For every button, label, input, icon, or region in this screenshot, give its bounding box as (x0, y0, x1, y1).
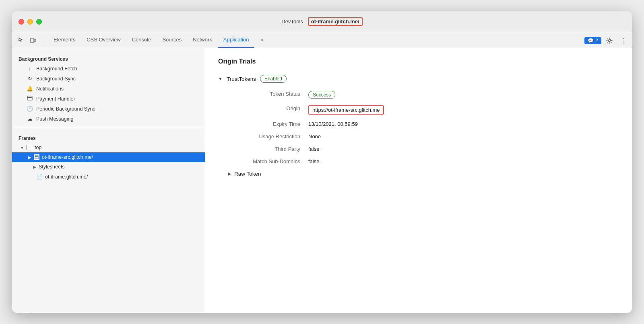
message-count: 2 (595, 38, 598, 43)
raw-token-expand-icon[interactable]: ▶ (228, 171, 231, 176)
toolbar-separator (42, 36, 42, 45)
detail-row-origin: Origin https://ot-iframe-src.glitch.me (228, 105, 619, 115)
sidebar-item-label: Periodic Background Sync (36, 106, 95, 112)
raw-token-row: ▶ Raw Token (228, 171, 619, 177)
payment-handler-icon (27, 96, 33, 102)
tree-item-label: top (35, 145, 41, 150)
url-highlight: ot-iframe.glitch.me/ (308, 17, 363, 26)
tab-css-overview[interactable]: CSS Overview (81, 32, 126, 48)
push-messaging-icon: ☁ (27, 116, 33, 122)
close-button[interactable] (19, 19, 24, 25)
detail-row-match-sub-domains: Match Sub-Domains false (228, 158, 619, 164)
maximize-button[interactable] (36, 19, 42, 25)
origin-value: https://ot-iframe-src.glitch.me (308, 105, 384, 115)
sidebar-item-background-sync[interactable]: ↻ Background Sync (12, 74, 205, 84)
token-status-value: Success (308, 91, 335, 99)
background-services-title: Background Services (12, 53, 205, 64)
tab-network[interactable]: Network (187, 32, 218, 48)
sidebar-item-label: Background Fetch (36, 66, 77, 72)
sidebar-item-notifications[interactable]: 🔔 Notifications (12, 84, 205, 94)
devtools-label: DevTools - (281, 18, 306, 25)
detail-row-usage-restriction: Usage Restriction None (228, 133, 619, 139)
message-icon: 💬 (588, 38, 594, 43)
sidebar-item-payment-handler[interactable]: Payment Handler (12, 94, 205, 104)
top-frame-icon (27, 145, 32, 150)
detail-row-third-party: Third Party false (228, 146, 619, 152)
sidebar-item-push-messaging[interactable]: ☁ Push Messaging (12, 114, 205, 124)
raw-token-label: Raw Token (234, 171, 261, 177)
titlebar: DevTools - ot-iframe.glitch.me/ (12, 11, 632, 32)
toolbar-left (15, 32, 45, 48)
file-icon: 📄 (36, 174, 43, 180)
third-party-value: false (308, 146, 619, 152)
inspect-icon[interactable] (15, 35, 27, 46)
tree-item-label: ot-iframe-src.glitch.me/ (42, 154, 93, 160)
tree-item-top[interactable]: ▼ top (12, 143, 205, 152)
message-badge[interactable]: 💬 2 (584, 37, 601, 44)
sidebar-item-label: Push Messaging (36, 116, 73, 122)
tab-elements[interactable]: Elements (48, 32, 81, 48)
traffic-lights (19, 19, 42, 25)
minimize-button[interactable] (27, 19, 33, 25)
detail-row-expiry: Expiry Time 13/10/2021, 00:59:59 (228, 121, 619, 127)
expiry-value: 13/10/2021, 00:59:59 (308, 121, 619, 127)
devtools-window: DevTools - ot-iframe.glitch.me/ Elements… (12, 11, 632, 313)
sidebar-item-label: Background Sync (36, 76, 76, 82)
token-status-label: Token Status (228, 91, 308, 97)
frames-title: Frames (12, 132, 205, 143)
background-sync-icon: ↻ (27, 76, 33, 82)
sidebar-item-periodic-background-sync[interactable]: 🕐 Periodic Background Sync (12, 104, 205, 114)
tree-arrow-down: ▼ (20, 146, 24, 150)
tab-sources[interactable]: Sources (157, 32, 187, 48)
tab-application[interactable]: Application (218, 32, 255, 48)
iframe-frame-icon (34, 154, 39, 160)
sidebar-item-label: Notifications (36, 86, 64, 92)
sidebar-item-label: Payment Handler (36, 96, 75, 102)
svg-rect-5 (35, 156, 38, 159)
expiry-label: Expiry Time (228, 121, 308, 127)
tree-item-stylesheets[interactable]: ▶ Stylesheets (12, 162, 205, 172)
detail-row-token-status: Token Status Success (228, 91, 619, 99)
tree-item-file[interactable]: 📄 ot-iframe.glitch.me/ (12, 172, 205, 182)
svg-rect-4 (27, 97, 32, 98)
toolbar-tabs: Elements CSS Overview Console Sources Ne… (48, 32, 584, 48)
svg-rect-3 (27, 96, 32, 100)
trust-tokens-header: ▼ TrustTokens Enabled (218, 75, 619, 83)
main-content: Background Services ↕ Background Fetch ↻… (12, 48, 632, 313)
more-options-icon[interactable]: ⋮ (617, 35, 629, 46)
match-sub-domains-label: Match Sub-Domains (228, 158, 308, 164)
tree-arrow-right-stylesheets: ▶ (33, 165, 36, 169)
svg-rect-1 (34, 39, 36, 42)
notifications-icon: 🔔 (27, 86, 33, 92)
match-sub-domains-value: false (308, 158, 619, 164)
periodic-sync-icon: 🕐 (27, 106, 33, 112)
tree-item-iframe-src[interactable]: ▶ ot-iframe-src.glitch.me/ (12, 152, 205, 162)
window-title: DevTools - ot-iframe.glitch.me/ (281, 17, 362, 26)
device-toolbar-icon[interactable] (27, 35, 39, 46)
settings-icon[interactable] (604, 35, 615, 46)
svg-rect-0 (31, 38, 34, 43)
tab-console[interactable]: Console (126, 32, 157, 48)
trust-tokens-expand-icon[interactable]: ▼ (218, 76, 223, 81)
detail-title: Origin Trials (218, 58, 619, 65)
usage-restriction-label: Usage Restriction (228, 133, 308, 139)
origin-label: Origin (228, 105, 308, 111)
tree-arrow-right: ▶ (28, 155, 31, 160)
enabled-badge: Enabled (260, 75, 287, 83)
tab-more[interactable]: » (254, 32, 268, 48)
sidebar-divider (12, 128, 205, 128)
trust-tokens-label: TrustTokens (227, 76, 256, 82)
third-party-label: Third Party (228, 146, 308, 152)
sidebar-item-background-fetch[interactable]: ↕ Background Fetch (12, 64, 205, 74)
background-fetch-icon: ↕ (27, 66, 33, 72)
usage-restriction-value: None (308, 133, 619, 139)
tree-item-label: ot-iframe.glitch.me/ (45, 174, 88, 180)
toolbar-right: 💬 2 ⋮ (584, 35, 629, 48)
toolbar: Elements CSS Overview Console Sources Ne… (12, 32, 632, 48)
detail-rows: Token Status Success Origin https://ot-i… (228, 91, 619, 164)
sidebar: Background Services ↕ Background Fetch ↻… (12, 48, 205, 313)
detail-panel: Origin Trials ▼ TrustTokens Enabled Toke… (205, 48, 632, 313)
tree-item-label: Stylesheets (39, 164, 65, 170)
